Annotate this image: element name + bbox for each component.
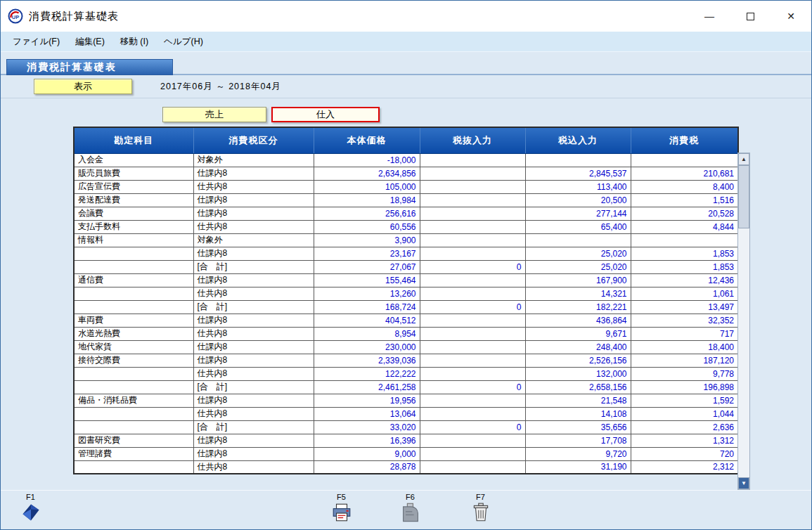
consumption-tax-cell: 32,352	[631, 314, 738, 327]
table-row[interactable]: 管理諸費仕課内89,0009,720720	[74, 447, 738, 460]
table-row[interactable]: 広告宣伝費仕共内8105,000113,4008,400	[74, 180, 738, 193]
table-row[interactable]: 発送配達費仕課内818,98420,5001,516	[74, 193, 738, 207]
tax-excluded-cell: 0	[420, 300, 525, 314]
table-row[interactable]: [合 計]33,020035,6562,636	[74, 420, 738, 434]
consumption-tax-cell	[631, 233, 738, 247]
consumption-tax-cell: 717	[631, 327, 738, 340]
fkey-f7-delete[interactable]: F7	[470, 493, 491, 523]
column-header-tax-included: 税込入力	[525, 127, 631, 153]
tax-excluded-cell	[420, 407, 525, 420]
table-row[interactable]: 入会金対象外-18,000	[74, 153, 738, 167]
table-row[interactable]: 仕共内813,26014,3211,061	[74, 287, 738, 300]
menu-file[interactable]: ファイル(F)	[5, 33, 67, 51]
account-cell: 広告宣伝費	[74, 180, 193, 193]
header-row: 勘定科目 消費税区分 本体価格 税抜入力 税込入力 消費税	[74, 127, 738, 153]
base-price-cell: 16,396	[314, 434, 420, 447]
tax-category-cell: 仕共内8	[193, 327, 314, 340]
tab-purchase[interactable]: 仕入	[271, 107, 380, 122]
period-range: 2017年06月 ～ 2018年04月	[160, 81, 281, 93]
tax-category-cell: 仕課内8	[193, 247, 314, 260]
tax-included-cell: 182,221	[525, 300, 631, 314]
base-price-cell: 19,956	[314, 394, 420, 407]
table-row[interactable]: 図書研究費仕課内816,39617,7081,312	[74, 434, 738, 447]
table-row[interactable]: 販売員旅費仕課内82,634,8562,845,537210,681	[74, 167, 738, 180]
table-row[interactable]: 接待交際費仕課内82,339,0362,526,156187,120	[74, 354, 738, 367]
account-cell	[74, 380, 193, 394]
table-row[interactable]: 地代家賃仕課内8230,000248,40018,400	[74, 340, 738, 354]
menu-edit[interactable]: 編集(E)	[67, 33, 112, 51]
account-cell	[74, 260, 193, 273]
base-price-cell: 18,984	[314, 193, 420, 207]
base-price-cell: 155,464	[314, 273, 420, 287]
table-row[interactable]: [合 計]168,7240182,22113,497	[74, 300, 738, 314]
tax-included-cell: 132,000	[525, 367, 631, 380]
tax-excluded-cell	[420, 394, 525, 407]
tax-excluded-cell	[420, 287, 525, 300]
menu-help[interactable]: ヘルプ(H)	[156, 33, 211, 51]
tax-excluded-cell	[420, 314, 525, 327]
consumption-tax-cell: 1,853	[631, 247, 738, 260]
tax-included-cell: 35,656	[525, 420, 631, 434]
tax-category-cell: 仕課内8	[193, 434, 314, 447]
table-row[interactable]: 支払手数料仕共内860,55665,4004,844	[74, 220, 738, 233]
tax-category-cell: [合 計]	[193, 380, 314, 394]
base-price-cell: 13,260	[314, 287, 420, 300]
tab-sales[interactable]: 売上	[162, 107, 266, 122]
fkey-f1-exit[interactable]: F1	[20, 493, 41, 523]
maximize-button[interactable]	[730, 1, 771, 32]
scroll-down-icon[interactable]: ▼	[738, 477, 749, 489]
account-cell: 支払手数料	[74, 220, 193, 233]
tax-included-cell: 2,845,537	[525, 167, 631, 180]
tax-base-table: 勘定科目 消費税区分 本体価格 税抜入力 税込入力 消費税 入会金対象外-18,…	[73, 127, 739, 474]
tax-excluded-cell	[420, 167, 525, 180]
fkey-f5-print[interactable]: F5	[331, 493, 352, 523]
table-row[interactable]: 仕共内828,87831,1902,312	[74, 460, 738, 474]
tax-included-cell: 20,500	[525, 193, 631, 207]
tax-category-cell: 仕課内8	[193, 207, 314, 220]
tax-included-cell: 113,400	[525, 180, 631, 193]
scroll-up-icon[interactable]: ▲	[738, 153, 749, 165]
scrollbar-thumb[interactable]	[738, 165, 749, 228]
window-controls: — ✕	[689, 1, 811, 32]
table-row[interactable]: 仕共内813,06414,1081,044	[74, 407, 738, 420]
tax-included-cell	[525, 233, 631, 247]
minimize-button[interactable]: —	[689, 1, 730, 32]
close-button[interactable]: ✕	[771, 1, 811, 32]
toolbar: 表示 2017年06月 ～ 2018年04月	[1, 75, 811, 98]
consumption-tax-cell: 12,436	[631, 273, 738, 287]
base-price-cell: 33,020	[314, 420, 420, 434]
tax-included-cell: 65,400	[525, 220, 631, 233]
table-row[interactable]: 仕課内823,16725,0201,853	[74, 247, 738, 260]
table-row[interactable]: 備品・消耗品費仕課内819,95621,5481,592	[74, 394, 738, 407]
table-row[interactable]: [合 計]2,461,25802,658,156196,898	[74, 380, 738, 394]
vertical-scrollbar[interactable]: ▲ ▼	[737, 153, 750, 490]
display-button[interactable]: 表示	[34, 79, 132, 94]
table-row[interactable]: 車両費仕課内8404,512436,86432,352	[74, 314, 738, 327]
base-price-cell: 2,339,036	[314, 354, 420, 367]
menu-move[interactable]: 移動 (I)	[112, 33, 156, 51]
consumption-tax-cell: 13,497	[631, 300, 738, 314]
table-row[interactable]: 会議費仕課内8256,616277,14420,528	[74, 207, 738, 220]
tax-category-cell: 仕共内8	[193, 460, 314, 474]
tax-excluded-cell	[420, 180, 525, 193]
consumption-tax-cell	[631, 153, 738, 167]
consumption-tax-cell: 18,400	[631, 340, 738, 354]
exit-icon	[20, 502, 41, 523]
table-row[interactable]: [合 計]27,067025,0201,853	[74, 260, 738, 273]
consumption-tax-cell: 2,312	[631, 460, 738, 474]
base-price-cell: 230,000	[314, 340, 420, 354]
table-row[interactable]: 水道光熱費仕共内88,9549,671717	[74, 327, 738, 340]
consumption-tax-cell: 1,853	[631, 260, 738, 273]
tax-category-cell: 仕共内8	[193, 287, 314, 300]
table-row[interactable]: 仕共内8122,222132,0009,778	[74, 367, 738, 380]
table-body: 入会金対象外-18,000販売員旅費仕課内82,634,8562,845,537…	[74, 153, 738, 474]
fkey-f6-preview[interactable]: F6	[400, 493, 421, 523]
table-row[interactable]: 通信費仕課内8155,464167,90012,436	[74, 273, 738, 287]
tax-included-cell: 21,548	[525, 394, 631, 407]
table-row[interactable]: 情報料対象外3,900	[74, 233, 738, 247]
tax-excluded-cell	[420, 367, 525, 380]
tax-excluded-cell	[420, 220, 525, 233]
maximize-icon	[747, 13, 754, 20]
column-header-account: 勘定科目	[74, 127, 193, 153]
tax-included-cell: 9,671	[525, 327, 631, 340]
